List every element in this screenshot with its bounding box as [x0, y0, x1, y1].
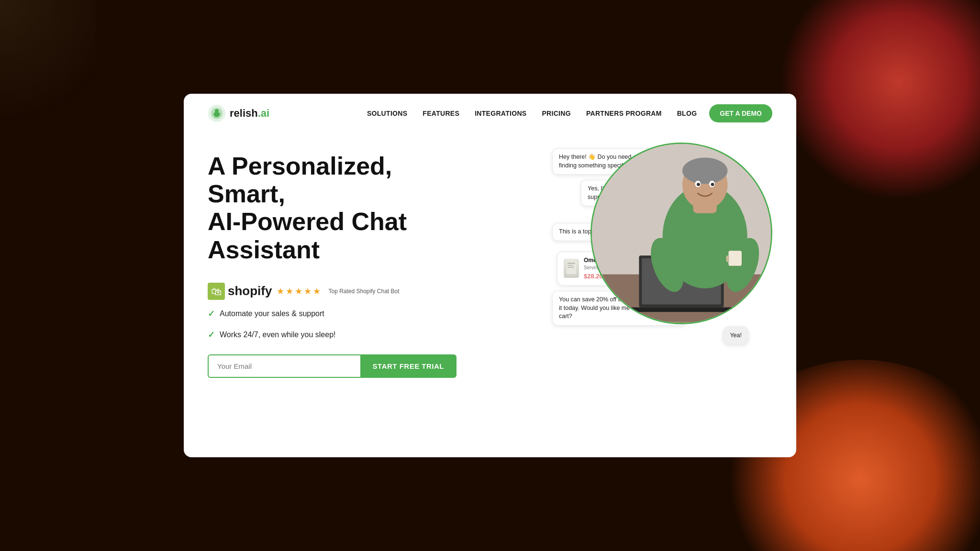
svg-rect-15 — [630, 307, 734, 312]
logo[interactable]: relish.ai — [208, 104, 269, 122]
nav-solutions[interactable]: SOLUTIONS — [367, 110, 407, 117]
feature-list: ✓ Automate your sales & support ✓ Works … — [208, 309, 552, 340]
svg-rect-10 — [568, 267, 574, 268]
nav-features[interactable]: FEATURES — [423, 110, 459, 117]
checkmark-icon-2: ✓ — [208, 330, 215, 340]
hero-image-circle — [590, 143, 772, 324]
get-demo-button[interactable]: GET A DEMO — [709, 104, 772, 122]
svg-rect-26 — [728, 251, 742, 265]
shopify-icon: 🛍 — [208, 283, 225, 300]
logo-icon — [208, 104, 226, 122]
hero-title: A Personalized, Smart, AI-Powered Chat A… — [208, 152, 552, 264]
product-icon — [564, 259, 579, 278]
nav-integrations[interactable]: INTEGRATIONS — [475, 110, 526, 117]
feature-item-2: ✓ Works 24/7, even while you sleep! — [208, 330, 552, 340]
top-rated-text: Top Rated Shopify Chat Bot — [328, 288, 399, 295]
svg-rect-9 — [568, 265, 573, 266]
shopify-badge: 🛍 shopify ★★★★★ Top Rated Shopify Chat B… — [208, 283, 552, 300]
chat-demo: Hey there! 👋 Do you need any help findin… — [571, 138, 772, 339]
email-input[interactable] — [208, 354, 360, 378]
feature-item-1: ✓ Automate your sales & support — [208, 309, 552, 319]
svg-point-22 — [697, 183, 700, 186]
svg-point-19 — [682, 157, 727, 184]
svg-text:🛍: 🛍 — [211, 286, 222, 298]
nav-partners[interactable]: PARTNERS PROGRAM — [586, 110, 662, 117]
checkmark-icon-1: ✓ — [208, 309, 215, 319]
nav-pricing[interactable]: PRICING — [542, 110, 570, 117]
svg-rect-8 — [568, 263, 575, 264]
svg-rect-7 — [567, 261, 576, 274]
cta-row: START FREE TRIAL — [208, 354, 457, 378]
svg-rect-4 — [215, 116, 219, 117]
star-rating: ★★★★★ — [277, 286, 321, 297]
nav-blog[interactable]: BLOG — [677, 110, 697, 117]
start-trial-button[interactable]: START FREE TRIAL — [360, 354, 457, 378]
svg-rect-27 — [726, 255, 729, 262]
shopify-logo-text: shopify — [228, 284, 272, 298]
svg-point-23 — [711, 183, 714, 186]
person-illustration — [592, 143, 771, 323]
chat-bubble-6: Yea! — [723, 327, 748, 345]
logo-text: relish.ai — [230, 107, 269, 120]
nav-links: SOLUTIONS FEATURES INTEGRATIONS PRICING … — [367, 109, 697, 118]
svg-point-3 — [215, 109, 219, 113]
